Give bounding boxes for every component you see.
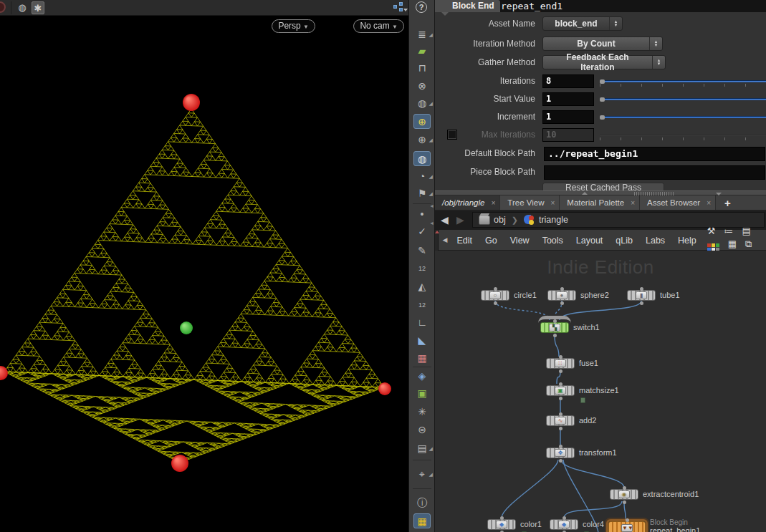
spinner-icon[interactable]: ▲▼ bbox=[652, 56, 665, 69]
node-connector-dot[interactable] bbox=[553, 319, 557, 323]
menu-layout[interactable]: Layout bbox=[570, 236, 610, 246]
fan-icon[interactable]: ✳ bbox=[413, 405, 431, 420]
node-matchsize1[interactable]: ▣ bbox=[546, 385, 575, 396]
window-layout-icon[interactable]: ⧉ bbox=[741, 238, 756, 249]
param-combo[interactable]: block_end▲▼ bbox=[542, 16, 623, 31]
pane-collapse-arrow-icon[interactable]: ◄ bbox=[429, 221, 434, 226]
close-icon[interactable]: × bbox=[491, 199, 495, 207]
layout-list-icon[interactable] bbox=[393, 2, 408, 14]
menu-view[interactable]: View bbox=[504, 236, 536, 246]
param-field[interactable]: 1 bbox=[542, 92, 594, 106]
node-transform1[interactable]: ✥ bbox=[546, 448, 575, 458]
visibility-eye-icon[interactable]: ◔◢ bbox=[413, 169, 431, 184]
tools-crossed-icon[interactable]: ⚒ bbox=[703, 226, 720, 236]
param-path-field[interactable]: ../repeat_begin1 bbox=[544, 147, 765, 161]
node-connector-dot[interactable] bbox=[494, 287, 497, 291]
param-field[interactable]: 1 bbox=[542, 110, 594, 124]
close-icon[interactable]: × bbox=[631, 199, 635, 207]
param-combo[interactable]: Feedback Each Iteration▲▼ bbox=[542, 55, 666, 69]
node-connector-dot[interactable] bbox=[640, 301, 643, 305]
3d-viewport[interactable]: Persp ▼ No cam ▼ bbox=[0, 16, 408, 532]
node-connector-dot[interactable] bbox=[559, 427, 562, 430]
tab--obj-triangle[interactable]: /obj/triangle× bbox=[435, 195, 500, 210]
node-color1[interactable]: ◆ bbox=[487, 519, 516, 530]
gear-icon[interactable]: ✱ bbox=[32, 1, 44, 14]
node-connector-dot[interactable] bbox=[623, 500, 626, 504]
breadcrumb-obj[interactable]: obj bbox=[494, 215, 506, 225]
point-trails-icon[interactable]: ✎ bbox=[413, 243, 431, 258]
points-display-icon[interactable]: • bbox=[413, 207, 431, 222]
back-arrow-icon[interactable]: ◀ bbox=[441, 214, 449, 226]
background-image-icon[interactable]: ▤◢ bbox=[413, 441, 431, 456]
param-slider[interactable] bbox=[600, 98, 766, 101]
shaded-cone-icon[interactable]: ◣ bbox=[413, 333, 431, 348]
param-slider[interactable] bbox=[600, 134, 766, 137]
node-extractcentroid1[interactable]: ◉ bbox=[610, 489, 638, 500]
param-combo[interactable]: By Count▲▼ bbox=[542, 37, 663, 51]
param-field[interactable]: 10 bbox=[542, 128, 594, 142]
uv-checker-icon[interactable]: ▦ bbox=[413, 351, 431, 366]
pane-splitter[interactable] bbox=[435, 190, 766, 195]
node-switch1[interactable]: ▚ bbox=[540, 322, 569, 333]
help-icon[interactable]: ? bbox=[416, 1, 427, 13]
node-connector-dot[interactable] bbox=[559, 412, 562, 416]
node-connector-dot[interactable] bbox=[559, 369, 562, 373]
close-icon[interactable]: × bbox=[707, 199, 711, 207]
node-repeat_begin1[interactable]: ▼▼ bbox=[608, 521, 646, 532]
tree-view-icon[interactable]: ≔ bbox=[719, 226, 737, 236]
node-connector-dot[interactable] bbox=[500, 516, 504, 520]
node-sphere2[interactable]: ● bbox=[547, 290, 576, 301]
material-sphere-icon[interactable]: ◍ bbox=[413, 151, 431, 166]
profile-handles-icon[interactable]: ∟ bbox=[413, 315, 431, 330]
node-connector-dot[interactable] bbox=[560, 287, 564, 291]
node-connector-dot[interactable] bbox=[559, 355, 562, 359]
node-color4[interactable]: ◆ bbox=[550, 519, 578, 530]
tab-material-palette[interactable]: Material Palette× bbox=[560, 195, 640, 210]
node-connector-dot[interactable] bbox=[640, 287, 643, 291]
node-fuse1[interactable]: ∷ bbox=[546, 358, 575, 369]
snapshot-icon[interactable]: ◍ bbox=[16, 1, 29, 14]
menu-tools[interactable]: Tools bbox=[536, 236, 570, 246]
param-field[interactable]: 8 bbox=[542, 74, 594, 88]
point-normals-icon[interactable]: ✓ bbox=[413, 224, 431, 239]
flag-display-icon[interactable]: ⚑◢ bbox=[413, 186, 431, 201]
prim-numbers-icon[interactable]: 12 bbox=[413, 298, 431, 313]
list-panel-icon[interactable]: ▤ bbox=[737, 226, 755, 236]
menu-go[interactable]: Go bbox=[479, 236, 504, 246]
info-icon[interactable]: ⓘ bbox=[413, 495, 431, 511]
node-connector-dot[interactable] bbox=[559, 397, 562, 400]
node-connector-dot[interactable] bbox=[559, 445, 562, 448]
spinner-icon[interactable]: ▲▼ bbox=[609, 17, 622, 30]
point-numbers-icon[interactable]: 12 bbox=[413, 261, 431, 276]
node-connector-dot[interactable] bbox=[494, 301, 497, 305]
menu-help[interactable]: Help bbox=[671, 236, 703, 246]
diamond-icon[interactable]: ◈ bbox=[413, 369, 431, 384]
tab-tree-view[interactable]: Tree View× bbox=[500, 195, 560, 210]
add-tab-button[interactable]: + bbox=[716, 195, 739, 210]
forward-arrow-icon[interactable]: ▶ bbox=[456, 214, 464, 226]
lock-icon[interactable]: ⊓ bbox=[413, 61, 431, 76]
menu-qlib[interactable]: qLib bbox=[609, 236, 639, 246]
splitter-up-icon[interactable] bbox=[582, 192, 588, 195]
node-connector-dot[interactable] bbox=[559, 459, 562, 463]
circle-list-icon[interactable]: ⊜ bbox=[413, 422, 431, 437]
param-slider[interactable] bbox=[600, 80, 766, 83]
quad-layout-icon[interactable]: ▦ bbox=[413, 513, 431, 528]
spinner-icon[interactable]: ▲▼ bbox=[649, 37, 662, 50]
panes-icon[interactable]: ▦ bbox=[724, 238, 741, 249]
breadcrumb-triangle[interactable]: triangle bbox=[539, 215, 568, 225]
prim-normals-icon[interactable]: ◭ bbox=[413, 279, 431, 294]
group-band-icon[interactable]: ▣ bbox=[413, 386, 431, 401]
add-light-shadow-icon[interactable]: ⊕◢ bbox=[413, 132, 431, 147]
collapse-menu-icon[interactable]: ◀ bbox=[443, 236, 448, 243]
headlight-sphere-icon[interactable]: ◍◢ bbox=[413, 96, 431, 111]
camera-select-button[interactable]: No cam ▼ bbox=[353, 19, 404, 33]
tab-asset-browser[interactable]: Asset Browser× bbox=[640, 195, 716, 210]
pane-collapse-arrow-icon[interactable]: ◄ bbox=[429, 203, 434, 208]
pin-location-icon[interactable]: ⌖◢ bbox=[413, 467, 431, 482]
param-path-field[interactable] bbox=[544, 165, 765, 180]
node-connector-dot[interactable] bbox=[623, 486, 626, 490]
node-connector-dot[interactable] bbox=[553, 334, 557, 337]
pane-handle[interactable] bbox=[435, 230, 439, 251]
node-tube1[interactable]: ▮ bbox=[627, 290, 656, 301]
